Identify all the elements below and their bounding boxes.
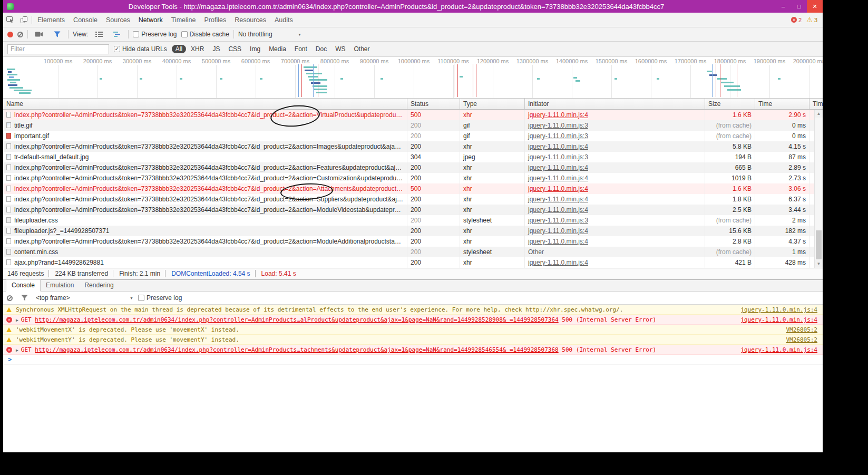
column-header-size[interactable]: Size [705,99,755,109]
network-request-row[interactable]: tr-default-small_default.jpg304jpegjquer… [3,152,814,162]
filter-pill-media[interactable]: Media [265,45,290,53]
initiator-link[interactable]: jquery-1.11.0.min.js:4 [528,164,588,171]
filter-pill-xhr[interactable]: XHR [187,45,208,53]
network-request-row[interactable]: title.gif200gifjquery-1.11.0.min.js:3(fr… [3,120,814,131]
console-source-link[interactable]: VM26805:2 [786,325,817,335]
filter-pill-js[interactable]: JS [209,45,223,53]
table-scrollbar[interactable]: ▲ ▼ [814,110,823,268]
column-header-timeline[interactable]: Timeline [809,99,823,109]
tab-network[interactable]: Network [134,13,167,26]
network-request-row[interactable]: index.php?controller=AdminProducts&token… [3,162,814,173]
scroll-down-icon[interactable]: ▼ [815,260,823,268]
tab-timeline[interactable]: Timeline [167,13,200,26]
console-message[interactable]: 'webkitMovementX' is deprecated. Please … [3,325,823,335]
column-header-type[interactable]: Type [460,99,524,109]
initiator-link[interactable]: jquery-1.11.0.min.js:4 [528,227,588,235]
network-request-row[interactable]: important.gif200gifjquery-1.11.0.min.js:… [3,131,814,141]
scrollbar-thumb[interactable] [816,230,822,259]
filter-pill-img[interactable]: Img [246,45,264,53]
initiator-link[interactable]: jquery-1.11.0.min.js:4 [528,259,588,266]
console-source-link[interactable]: jquery-1.11.0.min.js:4 [740,345,817,355]
issue-badges[interactable]: ✕ 2 ⚠ 3 [791,16,823,23]
filter-pill-all[interactable]: All [172,45,186,53]
record-button-icon[interactable] [7,32,13,37]
network-request-row[interactable]: ajax.php?rand=1449928629881200xhrjquery-… [3,257,814,268]
scroll-up-icon[interactable]: ▲ [815,110,823,118]
console-message[interactable]: ✕▶GET http://magaza.iptelecom.com.tr/adm… [3,315,823,325]
device-toolbar-icon[interactable] [17,14,31,26]
clear-network-log-icon[interactable] [17,32,23,37]
initiator-link[interactable]: jquery-1.11.0.min.js:3 [528,122,588,129]
minimize-button[interactable]: – [775,0,791,13]
filter-icon[interactable] [50,28,64,41]
filter-pill-other[interactable]: Other [350,45,374,53]
initiator-link[interactable]: jquery-1.11.0.min.js:4 [528,143,588,150]
network-request-row[interactable]: content.min.css200stylesheetOther(from c… [3,247,814,257]
maximize-button[interactable]: □ [791,0,807,13]
filter-pill-ws[interactable]: WS [331,45,349,53]
filter-input[interactable] [7,44,109,54]
view-overview-icon[interactable] [110,28,124,41]
initiator-link[interactable]: jquery-1.11.0.min.js:4 [528,238,588,245]
tab-audits[interactable]: Audits [270,13,297,26]
drawer-tab-rendering[interactable]: Rendering [79,280,119,291]
initiator-link[interactable]: jquery-1.11.0.min.js:3 [528,217,588,224]
console-source-link[interactable]: jquery-1.11.0.min.js:4 [740,305,817,315]
tab-console[interactable]: Console [69,13,102,26]
filter-pill-doc[interactable]: Doc [312,45,330,53]
drawer-tab-emulation[interactable]: Emulation [41,280,79,291]
console-source-link[interactable]: VM26805:2 [786,335,817,345]
tab-sources[interactable]: Sources [102,13,134,26]
network-request-row[interactable]: index.php?controller=AdminProducts&token… [3,141,814,152]
network-request-row[interactable]: fileuploader.css200stylesheetjquery-1.11… [3,215,814,226]
console-url-link[interactable]: http://magaza.iptelecom.com.tr/admin0634… [35,346,558,353]
console-message[interactable]: Synchronous XMLHttpRequest on the main t… [3,305,823,315]
initiator-link[interactable]: jquery-1.11.0.min.js:3 [528,132,588,140]
initiator-link[interactable]: jquery-1.11.0.min.js:4 [528,196,588,203]
network-request-row[interactable]: index.php?controller=AdminProducts&token… [3,110,814,120]
column-header-name[interactable]: Name [3,99,407,109]
execution-context-dropdown[interactable]: <top frame> ▼ [36,294,133,302]
drawer-tab-console[interactable]: Console [6,279,41,292]
capture-screenshots-icon[interactable] [32,28,46,41]
console-preserve-log-checkbox[interactable]: Preserve log [138,294,182,302]
network-overview[interactable]: 100000 ms200000 ms300000 ms400000 ms5000… [3,57,823,99]
expand-arrow-icon[interactable]: ▶ [16,348,18,353]
column-header-time[interactable]: Time [755,99,809,109]
network-request-row[interactable]: index.php?controller=AdminProducts&token… [3,205,814,215]
network-request-row[interactable]: index.php?controller=AdminProducts&token… [3,194,814,205]
preserve-log-checkbox[interactable]: Preserve log [133,31,177,38]
window-titlebar[interactable]: Developer Tools - http://magaza.ipteleco… [3,0,823,13]
tab-profiles[interactable]: Profiles [200,13,230,26]
console-source-link[interactable]: jquery-1.11.0.min.js:4 [740,315,817,325]
disable-cache-checkbox[interactable]: Disable cache [181,31,229,38]
network-request-row[interactable]: index.php?controller=AdminProducts&token… [3,236,814,247]
filter-pill-css[interactable]: CSS [225,45,245,53]
close-button[interactable]: ✕ [807,0,823,13]
tab-resources[interactable]: Resources [230,13,270,26]
console-prompt[interactable]: > [3,355,823,365]
expand-arrow-icon[interactable]: ▶ [16,318,18,323]
network-request-row[interactable]: fileuploader.js?_=1449928507371200xhrjqu… [3,226,814,236]
clear-console-icon[interactable] [7,295,13,301]
console-message[interactable]: 'webkitMovementY' is deprecated. Please … [3,335,823,345]
column-header-initiator[interactable]: Initiator [524,99,705,109]
initiator-link[interactable]: jquery-1.11.0.min.js:4 [528,206,588,214]
inspect-element-icon[interactable] [3,14,17,26]
filter-pill-font[interactable]: Font [291,45,311,53]
overview-mark [313,85,327,87]
console-filter-icon[interactable] [17,292,31,304]
initiator-link[interactable]: jquery-1.11.0.min.js:4 [528,175,588,182]
column-header-status[interactable]: Status [407,99,460,109]
network-request-row[interactable]: index.php?controller=AdminProducts&token… [3,183,814,194]
network-request-row[interactable]: index.php?controller=AdminProducts&token… [3,173,814,183]
throttling-dropdown[interactable]: No throttling ▼ [238,31,301,38]
tab-elements[interactable]: Elements [33,13,69,26]
console-url-link[interactable]: http://magaza.iptelecom.com.tr/admin0634… [35,316,558,323]
view-list-icon[interactable] [92,28,106,41]
initiator-link[interactable]: jquery-1.11.0.min.js:3 [528,153,588,161]
hide-data-urls-checkbox[interactable]: ✓ Hide data URLs [114,45,167,53]
initiator-link[interactable]: jquery-1.11.0.min.js:4 [528,185,588,192]
initiator-link[interactable]: jquery-1.11.0.min.js:4 [528,111,588,119]
console-message[interactable]: ✕▶GET http://magaza.iptelecom.com.tr/adm… [3,345,823,355]
